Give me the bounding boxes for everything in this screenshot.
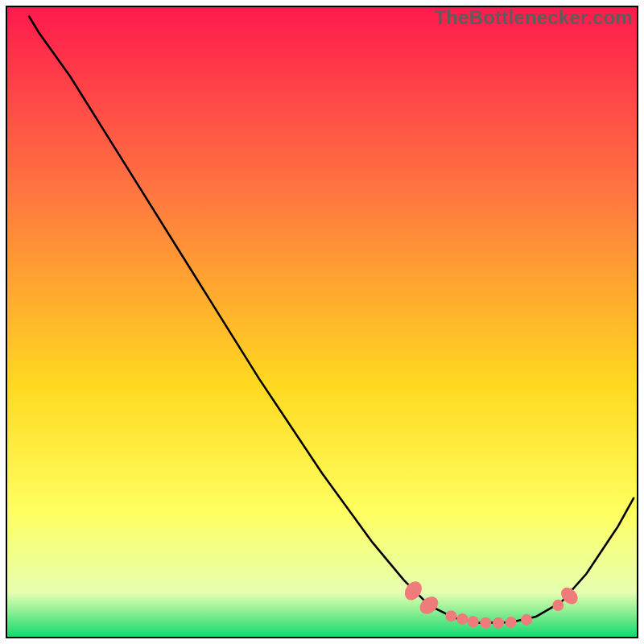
watermark-text: TheBottlenecker.com [434, 6, 633, 29]
chart-canvas [7, 7, 637, 637]
gradient-background [7, 7, 637, 637]
data-marker [456, 613, 468, 625]
data-marker [468, 616, 479, 627]
data-marker [552, 600, 564, 611]
data-marker [445, 610, 456, 621]
data-marker [480, 617, 491, 629]
data-marker [493, 617, 504, 629]
data-marker [521, 614, 532, 625]
data-marker [506, 617, 517, 628]
